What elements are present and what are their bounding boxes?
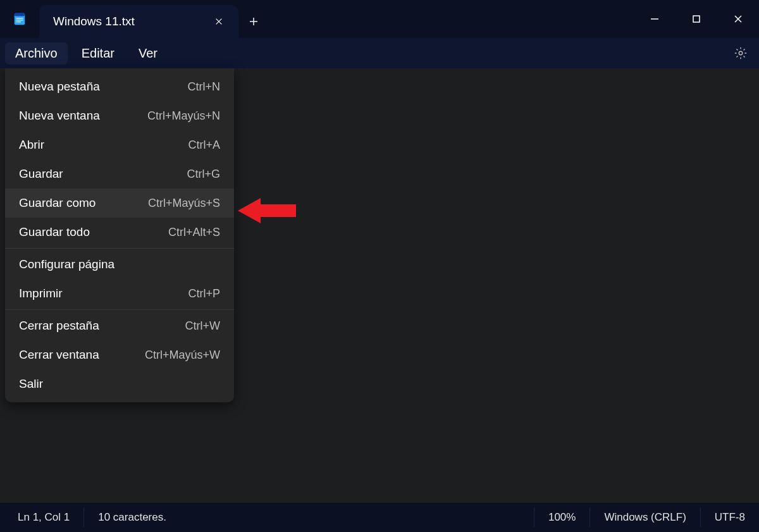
menu-file[interactable]: Archivo bbox=[5, 42, 68, 65]
menu-item-label: Abrir bbox=[19, 138, 44, 152]
app-icon bbox=[0, 0, 39, 38]
menu-item-label: Cerrar pestaña bbox=[19, 319, 99, 333]
menu-item-label: Configurar página bbox=[19, 257, 114, 271]
statusbar: Ln 1, Col 1 10 caracteres. 100% Windows … bbox=[0, 503, 759, 532]
tab-close-button[interactable] bbox=[211, 13, 227, 30]
file-menu-dropdown: Nueva pestaña Ctrl+N Nueva ventana Ctrl+… bbox=[5, 68, 234, 402]
svg-rect-10 bbox=[693, 16, 700, 22]
menu-item-exit[interactable]: Salir bbox=[5, 369, 234, 399]
menubar: Archivo Editar Ver bbox=[0, 38, 759, 68]
menu-item-save[interactable]: Guardar Ctrl+G bbox=[5, 159, 234, 189]
settings-button[interactable] bbox=[727, 40, 754, 66]
menu-item-new-window[interactable]: Nueva ventana Ctrl+Mayús+N bbox=[5, 101, 234, 130]
status-encoding[interactable]: UTF-8 bbox=[700, 508, 759, 527]
menu-item-shortcut: Ctrl+N bbox=[187, 80, 220, 94]
menu-item-close-window[interactable]: Cerrar ventana Ctrl+Mayús+W bbox=[5, 340, 234, 369]
status-zoom[interactable]: 100% bbox=[534, 508, 589, 527]
status-cursor-position: Ln 1, Col 1 bbox=[0, 508, 83, 527]
menu-item-shortcut: Ctrl+P bbox=[188, 287, 220, 300]
annotation-arrow-icon bbox=[238, 196, 296, 225]
menu-item-shortcut: Ctrl+Mayús+N bbox=[147, 109, 220, 123]
menu-edit[interactable]: Editar bbox=[71, 42, 125, 65]
new-tab-button[interactable] bbox=[238, 5, 269, 38]
menu-item-shortcut: Ctrl+Mayús+W bbox=[145, 349, 220, 362]
close-button[interactable] bbox=[717, 0, 759, 38]
menu-item-shortcut: Ctrl+Mayús+S bbox=[148, 197, 220, 210]
menu-item-label: Nueva pestaña bbox=[19, 80, 100, 94]
menu-item-shortcut: Ctrl+W bbox=[185, 319, 221, 333]
menu-item-shortcut: Ctrl+G bbox=[187, 168, 220, 181]
status-line-ending[interactable]: Windows (CRLF) bbox=[589, 508, 700, 527]
menu-item-label: Salir bbox=[19, 377, 43, 391]
svg-marker-14 bbox=[238, 198, 296, 223]
svg-rect-1 bbox=[15, 13, 25, 16]
window-controls bbox=[634, 0, 759, 38]
menu-item-page-setup[interactable]: Configurar página bbox=[5, 250, 234, 279]
menu-item-shortcut: Ctrl+Alt+S bbox=[168, 226, 220, 239]
minimize-button[interactable] bbox=[634, 0, 676, 38]
titlebar: Windows 11.txt bbox=[0, 0, 759, 38]
menu-item-label: Nueva ventana bbox=[19, 109, 100, 123]
notepad-window: Windows 11.txt Archivo Editar Ver Nueva … bbox=[0, 0, 759, 532]
svg-point-13 bbox=[739, 51, 743, 55]
tab-title: Windows 11.txt bbox=[53, 15, 135, 28]
maximize-button[interactable] bbox=[676, 0, 717, 38]
menu-item-save-all[interactable]: Guardar todo Ctrl+Alt+S bbox=[5, 218, 234, 247]
menu-item-print[interactable]: Imprimir Ctrl+P bbox=[5, 279, 234, 308]
menu-item-new-tab[interactable]: Nueva pestaña Ctrl+N bbox=[5, 72, 234, 101]
status-char-count: 10 caracteres. bbox=[83, 508, 180, 527]
menu-item-save-as[interactable]: Guardar como Ctrl+Mayús+S bbox=[5, 189, 234, 218]
file-tab[interactable]: Windows 11.txt bbox=[39, 5, 238, 38]
menu-separator bbox=[5, 248, 234, 249]
menu-item-open[interactable]: Abrir Ctrl+A bbox=[5, 130, 234, 159]
menu-view[interactable]: Ver bbox=[128, 42, 168, 65]
menu-item-label: Guardar como bbox=[19, 196, 96, 210]
menu-item-label: Imprimir bbox=[19, 287, 63, 300]
menu-item-label: Guardar bbox=[19, 167, 63, 181]
menu-item-close-tab[interactable]: Cerrar pestaña Ctrl+W bbox=[5, 311, 234, 340]
menu-item-label: Cerrar ventana bbox=[19, 348, 99, 362]
menu-item-shortcut: Ctrl+A bbox=[188, 139, 220, 152]
menu-separator bbox=[5, 309, 234, 310]
menu-item-label: Guardar todo bbox=[19, 225, 90, 239]
